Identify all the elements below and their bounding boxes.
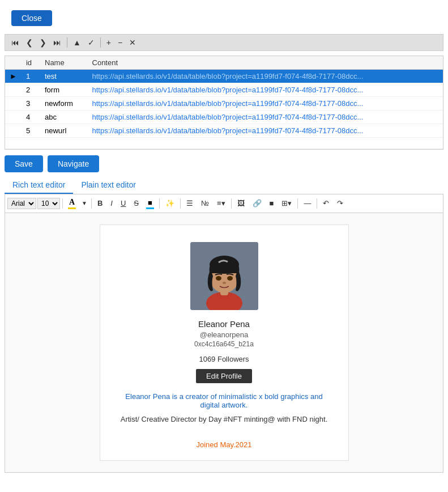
nav-toolbar: ⏮ ❮ ❯ ⏭ ▲ ✓ + − ✕ [5,34,443,51]
next-button[interactable]: ❯ [37,37,49,48]
tab-rich-text[interactable]: Rich text editor [5,177,73,194]
separator-1 [67,37,67,48]
row-indicator [5,97,22,111]
cell-id: 1 [22,70,40,83]
avatar [190,242,258,310]
ordered-list-button[interactable]: № [198,197,212,210]
video-button[interactable]: ■ [266,197,278,210]
row-indicator-header [5,56,22,70]
separator-2 [100,37,101,48]
cell-name: abc [40,111,88,124]
rte-toolbar: Arial 10 A ▼ B I U S ■ ✨ ☰ № ≡▾ 🖼 🔗 ■ ⊞▾… [5,194,443,213]
svg-point-6 [227,276,233,281]
row-indicator [5,111,22,124]
col-name: Name [40,56,88,70]
save-button[interactable]: Save [5,155,43,172]
cell-content: https://api.stellards.io/v1/data/table/b… [88,97,443,111]
table-row[interactable]: 2 form https://api.stellards.io/v1/data/… [5,83,443,97]
svg-point-7 [223,282,226,284]
close-button[interactable]: Close [11,10,52,26]
profile-bio: Eleanor Pena is a creator of minimalisti… [117,392,332,409]
clean-format-button[interactable]: ✨ [162,197,178,210]
svg-point-5 [216,276,221,281]
row-arrow: ► [5,70,22,83]
navigate-button[interactable]: Navigate [48,155,99,172]
last-button[interactable]: ⏭ [50,37,64,48]
table-button[interactable]: ⊞▾ [278,197,295,210]
prev-button[interactable]: ❮ [23,37,36,48]
followers-count: 1069 Followers [199,355,249,363]
hr-button[interactable]: — [300,197,314,210]
empty-row [5,138,443,149]
cell-name: newform [40,97,88,111]
indent-button[interactable]: ≡▾ [214,197,229,210]
profile-card: Eleanor Pena @eleanorpena 0xc4c16a645_b2… [100,224,349,461]
unordered-list-button[interactable]: ☰ [183,197,197,210]
rte-sep-5 [231,198,232,209]
italic-button[interactable]: I [107,197,116,210]
strikethrough-button[interactable]: S [130,197,142,210]
font-color-button[interactable]: A [65,196,79,211]
image-button[interactable]: 🖼 [234,197,248,210]
bold-button[interactable]: B [94,197,106,210]
rte-sep-3 [159,198,160,209]
cell-content: https://api.stellards.io/v1/data/table/b… [88,70,443,83]
undo-button[interactable]: ↶ [319,197,332,210]
cell-content: https://api.stellards.io/v1/data/table/b… [88,83,443,97]
rte-sep-7 [317,198,317,209]
font-color-bar [68,207,76,209]
cell-id: 3 [22,97,40,111]
col-id: id [22,56,40,70]
cell-content: https://api.stellards.io/v1/data/table/b… [88,111,443,124]
rte-sep-6 [297,198,298,209]
dropdown-arrow-font[interactable]: ▼ [80,198,89,209]
edit-profile-button[interactable]: Edit Profile [196,369,252,383]
link-button[interactable]: 🔗 [249,197,265,210]
first-button[interactable]: ⏮ [8,37,22,48]
bg-color-button[interactable]: ■ [143,197,157,211]
profile-name: Eleanor Pena [198,319,250,329]
row-indicator [5,124,22,138]
redo-button[interactable]: ↷ [334,197,347,210]
row-indicator [5,83,22,97]
data-table: id Name Content ► 1 test https://api.ste… [5,56,443,150]
tab-plain-text[interactable]: Plain text editor [73,177,144,194]
cell-content: https://api.stellards.io/v1/data/table/b… [88,124,443,138]
table-row[interactable]: ► 1 test https://api.stellards.io/v1/dat… [5,70,443,83]
table-row[interactable]: 5 newurl https://api.stellards.io/v1/dat… [5,124,443,138]
check-button[interactable]: ✓ [85,37,97,48]
col-content: Content [88,56,443,70]
cell-id: 5 [22,124,40,138]
profile-address: 0xc4c16a645_b21a [194,340,254,348]
rte-sep-1 [62,198,63,209]
add-button[interactable]: + [104,37,114,48]
editor-content[interactable]: Eleanor Pena @eleanorpena 0xc4c16a645_b2… [5,213,443,473]
cell-name: test [40,70,88,83]
rte-sep-2 [91,198,92,209]
cell-name: newurl [40,124,88,138]
table-row[interactable]: 3 newform https://api.stellards.io/v1/da… [5,97,443,111]
cell-id: 2 [22,83,40,97]
font-size-select[interactable]: 10 [37,198,60,209]
cancel-nav-button[interactable]: ✕ [126,37,139,48]
cell-name: form [40,83,88,97]
font-family-select[interactable]: Arial [7,198,36,209]
profile-handle: @eleanorpena [200,330,248,339]
editor-tabs: Rich text editor Plain text editor [5,177,443,194]
remove-button[interactable]: − [115,37,125,48]
up-button[interactable]: ▲ [70,37,84,48]
table-row[interactable]: 4 abc https://api.stellards.io/v1/data/t… [5,111,443,124]
profile-role: Artist/ Creative Director by Day #NFT mi… [121,415,328,423]
action-buttons: Save Navigate [5,155,443,172]
rte-sep-4 [180,198,181,209]
joined-date: Joined May.2021 [196,440,251,449]
cell-id: 4 [22,111,40,124]
bg-color-bar [146,207,154,209]
underline-button[interactable]: U [117,197,129,210]
